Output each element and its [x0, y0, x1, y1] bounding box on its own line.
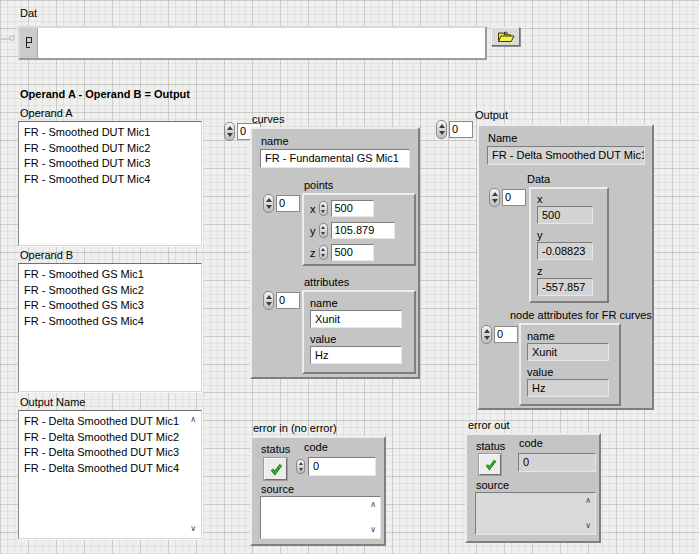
list-item[interactable]: FR - Smoothed DUT Mic2 — [19, 141, 201, 157]
spinner[interactable] — [489, 188, 500, 207]
spinner[interactable] — [296, 459, 305, 474]
path-control-label: Dat — [20, 7, 37, 20]
node-attributes-label: node attributes for FR curves — [510, 309, 652, 322]
node-attributes-index-value[interactable]: 0 — [494, 326, 518, 343]
list-item[interactable]: FR - Smoothed DUT Mic3 — [19, 156, 201, 172]
list-item[interactable]: FR - Smoothed DUT Mic4 — [19, 172, 201, 188]
error-out-status-indicator — [479, 454, 501, 475]
path-input[interactable] — [38, 28, 485, 58]
output-name-field-label: Name — [488, 132, 517, 145]
scroll-down-icon[interactable]: ∨ — [585, 522, 591, 530]
node-attributes-index-control[interactable]: 0 — [481, 325, 518, 344]
connector-wire-terminal — [9, 35, 15, 41]
spinner-up-icon[interactable] — [484, 329, 490, 333]
spinner-up-icon[interactable] — [439, 124, 445, 128]
spinner-down-icon[interactable] — [492, 199, 498, 203]
browse-button[interactable] — [491, 27, 520, 46]
attribute-value-label: value — [310, 333, 336, 346]
error-in-source-field[interactable]: ∧ ∨ — [260, 496, 381, 539]
list-item[interactable]: FR - Smoothed GS Mic2 — [19, 283, 201, 299]
data-index-control[interactable]: 0 — [489, 188, 526, 207]
path-control[interactable] — [18, 26, 487, 60]
output-name-indicator: FR - Delta Smoothed DUT Mic1 — [487, 146, 645, 165]
scroll-down-icon[interactable]: ∨ — [190, 525, 196, 533]
attributes-index-value[interactable]: 0 — [276, 292, 300, 309]
scroll-up-icon[interactable]: ∧ — [190, 416, 196, 424]
scroll-up-icon[interactable]: ∧ — [585, 497, 591, 505]
spinner[interactable] — [481, 325, 492, 344]
spinner[interactable] — [319, 245, 328, 260]
spinner[interactable] — [224, 122, 235, 141]
output-index-value[interactable]: 0 — [449, 121, 473, 138]
scroll-up-icon[interactable]: ∧ — [370, 501, 376, 509]
operand-a-listbox[interactable]: FR - Smoothed DUT Mic1 FR - Smoothed DUT… — [18, 121, 202, 246]
curve-name-label: name — [261, 135, 289, 148]
x-value-field[interactable]: 500 — [331, 200, 374, 217]
z-value-field[interactable]: 500 — [331, 244, 374, 261]
spinner-down-icon[interactable] — [266, 205, 272, 209]
spinner-up-icon[interactable] — [227, 126, 233, 130]
green-check-icon — [269, 463, 283, 476]
attribute-name-label: name — [310, 297, 338, 310]
spinner-down-icon[interactable] — [439, 131, 445, 135]
list-item[interactable]: FR - Delta Smoothed DUT Mic4 — [19, 461, 201, 477]
spinner-up-icon[interactable] — [492, 192, 498, 196]
y-value-field[interactable]: 105.879 — [331, 222, 395, 239]
spinner-down-icon[interactable] — [321, 210, 325, 213]
spinner-down-icon[interactable] — [227, 133, 233, 137]
spinner-up-icon[interactable] — [266, 198, 272, 202]
attribute-name-field[interactable]: Xunit — [310, 310, 402, 328]
data-z-indicator: -557.857 — [537, 278, 593, 296]
points-index-value[interactable]: 0 — [276, 195, 300, 212]
attributes-label: attributes — [304, 276, 349, 289]
list-item[interactable]: FR - Smoothed DUT Mic1 — [19, 122, 201, 141]
points-index-control[interactable]: 0 — [263, 194, 300, 213]
list-item[interactable]: FR - Smoothed GS Mic1 — [19, 264, 201, 283]
error-out-cluster: status code 0 source ∧ ∨ — [465, 433, 601, 543]
list-item[interactable]: FR - Delta Smoothed DUT Mic3 — [19, 445, 201, 461]
path-type-strip — [20, 28, 38, 58]
list-item[interactable]: FR - Smoothed GS Mic4 — [19, 314, 201, 330]
spinner-up-icon[interactable] — [321, 204, 325, 207]
spinner-down-icon[interactable] — [321, 254, 325, 257]
operand-b-label: Operand B — [20, 249, 73, 262]
spinner-up-icon[interactable] — [266, 295, 272, 299]
error-out-source-indicator: ∧ ∨ — [475, 492, 596, 535]
data-z-label: z — [537, 265, 543, 278]
spinner-up-icon[interactable] — [321, 226, 325, 229]
output-index-control[interactable]: 0 — [436, 120, 473, 139]
error-in-label: error in (no error) — [253, 422, 337, 435]
attributes-index-control[interactable]: 0 — [263, 291, 300, 310]
output-name-listbox[interactable]: FR - Delta Smoothed DUT Mic1 FR - Delta … — [18, 410, 202, 539]
list-item[interactable]: FR - Smoothed GS Mic3 — [19, 298, 201, 314]
attributes-cluster: name Xunit value Hz — [302, 290, 416, 374]
data-index-value[interactable]: 0 — [502, 189, 526, 206]
list-item[interactable]: FR - Delta Smoothed DUT Mic2 — [19, 430, 201, 446]
spinner[interactable] — [319, 201, 328, 216]
spinner[interactable] — [319, 223, 328, 238]
data-y-indicator: -0.08823 — [537, 242, 593, 260]
error-in-status-checkbox[interactable] — [264, 458, 287, 480]
green-check-icon — [484, 459, 497, 471]
point-y-row: y 105.879 — [310, 222, 395, 239]
curve-name-field[interactable]: FR - Fundamental GS Mic1 — [260, 149, 410, 168]
operand-a-label: Operand A — [20, 107, 73, 120]
error-out-code-indicator: 0 — [518, 453, 596, 472]
operand-b-listbox[interactable]: FR - Smoothed GS Mic1 FR - Smoothed GS M… — [18, 263, 202, 392]
spinner[interactable] — [263, 291, 274, 310]
spinner-down-icon[interactable] — [299, 468, 303, 471]
spinner-up-icon[interactable] — [299, 462, 303, 465]
point-x-row: x 500 — [310, 200, 374, 217]
spinner-down-icon[interactable] — [484, 336, 490, 340]
attribute-value-field[interactable]: Hz — [310, 346, 402, 364]
scroll-down-icon[interactable]: ∨ — [370, 526, 376, 534]
spinner[interactable] — [263, 194, 274, 213]
spinner[interactable] — [436, 120, 447, 139]
error-in-status-label: status — [261, 443, 290, 456]
spinner-down-icon[interactable] — [321, 232, 325, 235]
spinner-down-icon[interactable] — [266, 302, 272, 306]
error-in-code-field[interactable]: 0 — [308, 457, 376, 476]
list-item[interactable]: FR - Delta Smoothed DUT Mic1 — [19, 411, 201, 430]
error-out-status-label: status — [476, 440, 505, 453]
spinner-up-icon[interactable] — [321, 248, 325, 251]
